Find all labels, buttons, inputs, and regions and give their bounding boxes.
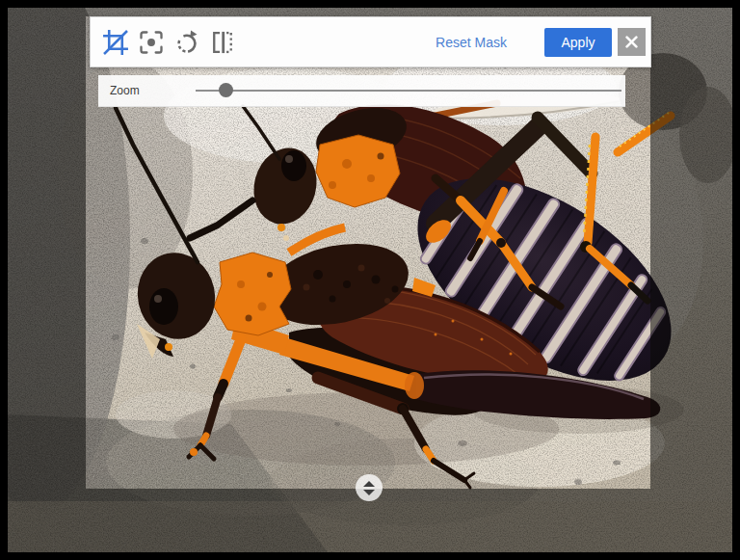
arrow-up-icon: [363, 481, 375, 487]
zoom-slider-thumb[interactable]: [219, 83, 233, 97]
image-editor-window: Reset Mask Apply Zoom: [0, 0, 740, 560]
editor-toolbar: Reset Mask Apply: [90, 16, 651, 67]
zoom-label: Zoom: [98, 84, 140, 97]
crop-resize-handle[interactable]: [356, 474, 383, 501]
apply-button[interactable]: Apply: [544, 28, 612, 57]
arrow-down-icon: [363, 490, 375, 495]
flip-tool-button[interactable]: [207, 27, 238, 58]
crop-tool-button[interactable]: [100, 27, 131, 58]
reset-mask-link[interactable]: Reset Mask: [430, 34, 513, 51]
focus-point-icon: [138, 29, 165, 56]
close-button[interactable]: [618, 28, 646, 56]
zoom-bar: Zoom: [98, 75, 625, 107]
rotate-tool-button[interactable]: [172, 27, 202, 58]
zoom-slider-track[interactable]: [196, 90, 621, 92]
focus-point-tool-button[interactable]: [136, 27, 167, 58]
close-icon: [625, 36, 638, 48]
crop-icon: [102, 29, 129, 56]
flip-icon: [209, 29, 236, 56]
rotate-icon: [173, 29, 200, 56]
